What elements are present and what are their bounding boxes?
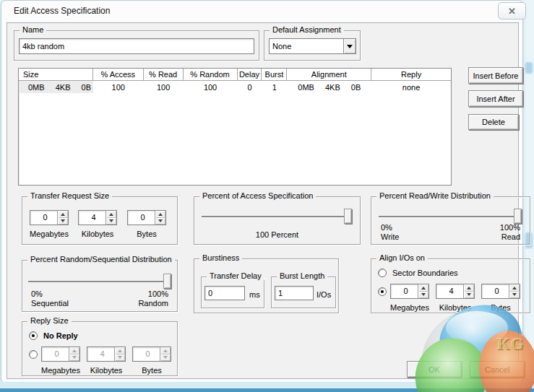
reply-size-label: Reply Size — [27, 316, 72, 325]
spin-up-button[interactable] — [509, 284, 520, 292]
spin-up-button[interactable] — [155, 211, 165, 218]
spinner-buttons — [418, 284, 429, 298]
unit-label: Kilobytes — [83, 366, 129, 375]
delete-button[interactable]: Delete — [468, 114, 519, 130]
dropdown-button[interactable] — [343, 39, 356, 53]
column-header-size[interactable]: Size — [19, 69, 93, 80]
spin-up-button[interactable] — [106, 211, 116, 218]
name-group-label: Name — [20, 25, 46, 34]
spin-down-button[interactable] — [106, 218, 116, 225]
row-burst-cell: 1 — [262, 81, 287, 93]
column-header-access[interactable]: % Access — [93, 69, 144, 80]
spin-down-button[interactable] — [155, 218, 165, 225]
row-reply-cell: none — [371, 81, 451, 93]
slider-thumb[interactable] — [344, 209, 352, 224]
spinner-buttons — [160, 347, 171, 361]
default-assignment-dropdown[interactable]: None — [269, 38, 356, 54]
percent-access-caption: 100 Percent — [194, 230, 360, 239]
down-arrow-icon — [61, 219, 65, 222]
column-header-burst[interactable]: Burst — [262, 69, 287, 80]
bytes-spinner[interactable]: 0 — [127, 210, 166, 225]
down-arrow-icon — [421, 293, 426, 296]
row-read-cell: 100 — [144, 81, 184, 93]
spin-down-button[interactable] — [58, 218, 68, 225]
custom-reply-radio[interactable] — [29, 350, 38, 359]
random-seq-dist-group: Percent Random/Sequential Distribution 0… — [22, 260, 178, 312]
burst-length-input[interactable] — [275, 286, 314, 300]
column-header-alignment[interactable]: Alignment — [287, 69, 371, 80]
name-input[interactable] — [19, 38, 254, 54]
unit-label: Kilobytes — [432, 303, 478, 312]
percent-access-spec-label: Percent of Access Specification — [199, 191, 316, 200]
spinner-value: 0 — [391, 284, 418, 298]
read-write-dist-group: Percent Read/Write Distribution 0% Write… — [371, 196, 530, 245]
up-arrow-icon — [72, 349, 77, 352]
reply-kilobytes-spinner: 4 — [87, 347, 126, 362]
default-assignment-group: Default Assignment None — [264, 30, 361, 61]
table-row[interactable]: 0MB 4KB 0B 100 100 100 0 1 0MB 4KB 0B no… — [19, 81, 451, 93]
percent-access-slider-track[interactable] — [202, 216, 352, 217]
slider-thumb[interactable] — [514, 209, 522, 224]
ios-unit-label: I/Os — [316, 290, 331, 299]
column-header-reply[interactable]: Reply — [371, 69, 451, 80]
down-arrow-icon — [109, 219, 113, 222]
write-percent-label: 0% — [381, 223, 392, 232]
burst-length-label: Burst Length — [277, 271, 327, 280]
insert-before-button[interactable]: Insert Before — [468, 67, 523, 84]
kilobytes-column: 4 Kilobytes — [74, 210, 121, 238]
reply-bytes-spinner: 0 — [132, 347, 171, 362]
spin-down-button[interactable] — [509, 292, 520, 299]
align-kilobytes-spinner[interactable]: 4 — [436, 284, 475, 299]
random-label: Random — [138, 299, 168, 308]
spin-down-button — [160, 354, 171, 362]
up-arrow-icon — [421, 287, 426, 289]
dropdown-arrow-icon — [347, 45, 353, 48]
spinner-buttons — [114, 347, 125, 361]
unit-label: Bytes — [478, 303, 524, 312]
down-arrow-icon — [467, 293, 471, 296]
column-header-random[interactable]: % Random — [184, 69, 238, 80]
spinner-value: 0 — [133, 347, 160, 361]
custom-alignment-radio[interactable] — [378, 287, 387, 296]
megabytes-spinner[interactable]: 0 — [30, 210, 69, 225]
spinner-value: 4 — [436, 284, 463, 298]
transfer-request-size-label: Transfer Request Size — [27, 191, 112, 200]
close-button[interactable]: ✕ — [498, 2, 526, 19]
sector-boundaries-radio[interactable] — [378, 269, 387, 277]
no-reply-radio[interactable] — [29, 331, 38, 340]
slider-thumb[interactable] — [163, 274, 171, 289]
transfer-request-size-group: Transfer Request Size 0 Megabytes 4 — [22, 196, 178, 245]
unit-label: Kilobytes — [74, 230, 121, 238]
write-label: Write — [381, 232, 399, 241]
insert-after-button[interactable]: Insert After — [468, 90, 523, 107]
spin-down-button[interactable] — [464, 292, 474, 299]
align-ios-group: Align I/Os on Sector Boundaries 0 Megaby… — [371, 258, 530, 313]
align-bytes-spinner[interactable]: 0 — [481, 284, 520, 299]
burst-length-group: Burst Length I/Os — [271, 276, 336, 308]
column-header-delay[interactable]: Delay — [238, 69, 262, 80]
burstiness-label: Burstiness — [199, 253, 242, 262]
burstiness-group: Burstiness Transfer Delay ms Burst Lengt… — [194, 258, 339, 313]
page-bottom-bar — [0, 388, 534, 392]
dialog-client-area: Name Default Assignment None Size % Acce… — [7, 22, 519, 379]
bytes-column: 0 Bytes — [124, 210, 170, 238]
cancel-button[interactable]: Cancel — [470, 361, 525, 378]
unit-label: Bytes — [124, 230, 170, 238]
kilobytes-spinner[interactable]: 4 — [78, 210, 117, 225]
down-arrow-icon — [158, 219, 163, 222]
read-write-slider-track[interactable] — [379, 216, 522, 217]
megabytes-column: 0 Megabytes — [26, 210, 72, 238]
spin-down-button[interactable] — [418, 292, 429, 299]
megabytes-column: 0 Megabytes — [38, 347, 84, 375]
ok-button[interactable]: OK — [407, 361, 462, 378]
spin-up-button[interactable] — [464, 284, 474, 292]
align-megabytes-spinner[interactable]: 0 — [390, 284, 429, 299]
sequential-percent-label: 0% — [31, 289, 43, 298]
transfer-delay-input[interactable] — [204, 286, 245, 300]
access-spec-list[interactable]: Size % Access % Read % Random Delay Burs… — [18, 68, 452, 186]
up-arrow-icon — [158, 213, 163, 216]
random-seq-slider-track[interactable] — [28, 281, 171, 282]
column-header-read[interactable]: % Read — [144, 69, 184, 80]
spin-up-button[interactable] — [418, 284, 429, 292]
spin-up-button[interactable] — [58, 211, 68, 218]
